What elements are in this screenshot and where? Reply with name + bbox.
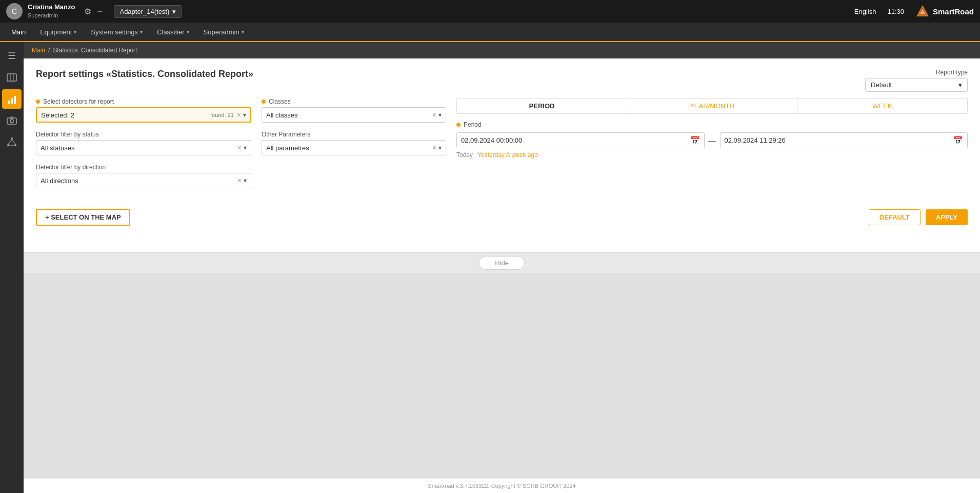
map-icon [6, 72, 17, 83]
page-title: Report settings «Statistics. Consolidate… [36, 69, 253, 80]
nav-superadmin[interactable]: Superadmin ▾ [196, 23, 251, 41]
other-params-chevron[interactable]: ▾ [438, 144, 442, 151]
tab-week[interactable]: WEEK [797, 98, 967, 113]
footer-text: Smartroad v.3.7.103322. Copyright © SORB… [428, 483, 575, 489]
right-column: PERIOD YEAR/MONTH WEEK Period [456, 98, 968, 196]
svg-line-15 [8, 140, 12, 144]
apply-button[interactable]: APPLY [926, 209, 968, 225]
start-date-value: 02.09.2024 00:00:00 [461, 136, 522, 144]
report-type-select[interactable]: Default ▾ [865, 78, 968, 92]
nav-bar: Main Equipment ▾ System settings ▾ Class… [0, 23, 980, 42]
filter-status-chevron[interactable]: ▾ [244, 144, 247, 151]
breadcrumb-separator: / [48, 47, 50, 54]
filter-direction-section: Detector filter by direction All directi… [36, 164, 251, 188]
report-type-section: Report type Default ▾ [865, 69, 968, 92]
logo-text: SmartRoad [933, 7, 974, 16]
default-button[interactable]: DEFAULT [869, 209, 921, 225]
classes-clear[interactable]: × [432, 111, 436, 119]
filter-direction-clear[interactable]: × [237, 176, 242, 185]
filter-status-section: Detector filter by status All statuses ×… [36, 131, 251, 155]
end-date-calendar-icon[interactable]: 📅 [953, 135, 963, 145]
nav-system-settings[interactable]: System settings ▾ [84, 23, 150, 41]
nav-equipment[interactable]: Equipment ▾ [33, 23, 84, 41]
detectors-chevron[interactable]: ▾ [243, 111, 246, 119]
sidebar-item-nodes[interactable] [2, 132, 22, 152]
sidebar-item-map[interactable] [2, 68, 22, 87]
other-params-clear[interactable]: × [432, 144, 436, 152]
report-type-chevron: ▾ [958, 81, 962, 89]
report-type-value: Default [871, 81, 892, 89]
left-column: Select detectors for report Selected: 2 … [36, 98, 251, 196]
end-date-input[interactable]: 02.09.2024 11:29:26 📅 [720, 132, 968, 148]
middle-column: Classes All classes × ▾ Other Parameters [262, 98, 446, 196]
breadcrumb: Main / Statistics. Consolidated Report [24, 42, 980, 58]
svg-point-13 [7, 144, 9, 146]
hide-btn-row: Hide [24, 252, 980, 273]
sidebar-item-menu[interactable]: ☰ [2, 46, 22, 66]
avatar: C [6, 3, 23, 19]
filter-direction-value: All directions [41, 177, 237, 185]
classes-select[interactable]: All classes × ▾ [262, 107, 446, 123]
adapter-label: Adapter_14(test) [119, 8, 169, 15]
detectors-section: Select detectors for report Selected: 2 … [36, 98, 251, 123]
detectors-select[interactable]: Selected: 2 found: 21 × ▾ [36, 107, 251, 123]
arrow-icon[interactable]: → [95, 7, 104, 16]
start-date-calendar-icon[interactable]: 📅 [690, 135, 700, 145]
classes-section: Classes All classes × ▾ [262, 98, 446, 123]
detectors-clear[interactable]: × [237, 111, 241, 119]
sidebar-item-stats[interactable] [2, 89, 22, 109]
right-buttons: DEFAULT APPLY [869, 209, 968, 225]
period-label: Period [456, 121, 968, 128]
bottom-buttons: + SELECT ON THE MAP DEFAULT APPLY [36, 209, 968, 226]
other-params-select[interactable]: All parametres × ▾ [262, 140, 446, 155]
layout: ☰ [0, 42, 980, 493]
today-prefix: Today [456, 151, 473, 159]
breadcrumb-current: Statistics. Consolidated Report [53, 47, 137, 54]
svg-point-10 [10, 120, 13, 123]
tab-year-month[interactable]: YEAR/MONTH [627, 98, 797, 113]
tab-period[interactable]: PERIOD [457, 98, 627, 113]
svg-point-12 [11, 137, 13, 140]
top-header: C Cristina Manzo Superadmin ⚙ → Adapter_… [0, 0, 980, 23]
svg-rect-6 [8, 101, 10, 104]
svg-point-14 [14, 144, 16, 146]
period-tabs: PERIOD YEAR/MONTH WEEK [456, 98, 968, 114]
filter-direction-select[interactable]: All directions × ▾ [36, 173, 251, 188]
week-link[interactable]: A week ago [506, 151, 538, 159]
filter-status-select[interactable]: All statuses × ▾ [36, 140, 251, 155]
svg-line-16 [12, 140, 15, 144]
period-dot [456, 123, 461, 127]
svg-rect-8 [14, 96, 16, 104]
sidebar-item-camera[interactable] [2, 111, 22, 130]
map-area [24, 273, 980, 478]
hide-button[interactable]: Hide [479, 256, 525, 270]
superadmin-chevron: ▾ [242, 29, 244, 35]
user-name: Cristina Manzo [28, 3, 75, 12]
camera-icon [6, 115, 17, 126]
breadcrumb-main-link[interactable]: Main [32, 47, 45, 54]
other-params-section: Other Parameters All parametres × ▾ [262, 131, 446, 155]
select-on-map-button[interactable]: + SELECT ON THE MAP [36, 209, 130, 226]
start-date-input[interactable]: 02.09.2024 00:00:00 📅 [456, 132, 705, 148]
header-icons: ⚙ → [84, 7, 104, 16]
classes-dot [262, 100, 266, 104]
nav-classifier[interactable]: Classifier ▾ [150, 23, 196, 41]
date-dash: — [709, 136, 716, 145]
end-date-value: 02.09.2024 11:29:26 [725, 136, 786, 144]
svg-rect-7 [11, 98, 13, 104]
nodes-icon [6, 136, 17, 148]
adapter-dropdown[interactable]: Adapter_14(test) ▾ [114, 5, 182, 18]
svg-rect-9 [7, 118, 16, 124]
logo-area: SmartRoad [915, 4, 974, 18]
yesterday-link[interactable]: Yesterday [477, 151, 505, 159]
filter-direction-chevron[interactable]: ▾ [244, 177, 247, 184]
adapter-chevron: ▾ [172, 8, 176, 15]
settings-icon[interactable]: ⚙ [84, 7, 91, 16]
classes-chevron[interactable]: ▾ [438, 111, 442, 119]
svg-rect-3 [7, 74, 16, 81]
filter-direction-label: Detector filter by direction [36, 164, 251, 171]
language-selector[interactable]: English [854, 8, 876, 15]
nav-main[interactable]: Main [4, 23, 33, 41]
filter-status-clear[interactable]: × [237, 144, 242, 152]
report-grid: Select detectors for report Selected: 2 … [36, 98, 968, 196]
